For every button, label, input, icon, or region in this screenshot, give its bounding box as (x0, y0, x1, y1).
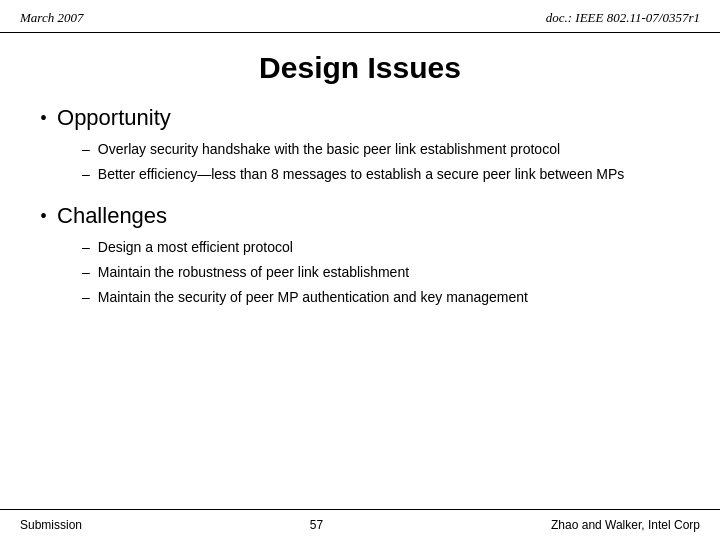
footer-page-number: 57 (310, 518, 323, 532)
slide-header: March 2007 doc.: IEEE 802.11-07/0357r1 (0, 0, 720, 33)
sub-text-2-2: Maintain the robustness of peer link est… (98, 262, 680, 282)
sub-bullet-2-3: – Maintain the security of peer MP authe… (82, 287, 680, 307)
bullet-dot-1: • (40, 108, 47, 128)
sub-bullet-1-2: – Better efficiency—less than 8 messages… (82, 164, 680, 184)
slide-content: • Opportunity – Overlay security handsha… (0, 95, 720, 509)
slide: March 2007 doc.: IEEE 802.11-07/0357r1 D… (0, 0, 720, 540)
slide-footer: Submission 57 Zhao and Walker, Intel Cor… (0, 509, 720, 540)
bullet-challenges: • Challenges – Design a most efficient p… (40, 203, 680, 308)
sub-text-2-1: Design a most efficient protocol (98, 237, 680, 257)
sub-text-1-2: Better efficiency—less than 8 messages t… (98, 164, 680, 184)
footer-submission: Submission (20, 518, 82, 532)
sub-text-1-1: Overlay security handshake with the basi… (98, 139, 680, 159)
bullet-dot-2: • (40, 206, 47, 226)
bullet-label-opportunity: Opportunity (57, 105, 171, 131)
bullet-main-opportunity: • Opportunity (40, 105, 680, 131)
footer-authors: Zhao and Walker, Intel Corp (551, 518, 700, 532)
sub-dash-2-2: – (82, 262, 90, 282)
title-section: Design Issues (0, 33, 720, 95)
sub-text-2-3: Maintain the security of peer MP authent… (98, 287, 680, 307)
header-doc: doc.: IEEE 802.11-07/0357r1 (546, 10, 700, 26)
bullet-main-challenges: • Challenges (40, 203, 680, 229)
bullet-opportunity: • Opportunity – Overlay security handsha… (40, 105, 680, 185)
sub-bullet-2-1: – Design a most efficient protocol (82, 237, 680, 257)
sub-dash-1-1: – (82, 139, 90, 159)
sub-dash-1-2: – (82, 164, 90, 184)
sub-dash-2-3: – (82, 287, 90, 307)
sub-bullets-opportunity: – Overlay security handshake with the ba… (82, 139, 680, 185)
sub-bullets-challenges: – Design a most efficient protocol – Mai… (82, 237, 680, 308)
header-date: March 2007 (20, 10, 83, 26)
slide-title: Design Issues (20, 51, 700, 85)
sub-dash-2-1: – (82, 237, 90, 257)
bullet-label-challenges: Challenges (57, 203, 167, 229)
sub-bullet-1-1: – Overlay security handshake with the ba… (82, 139, 680, 159)
sub-bullet-2-2: – Maintain the robustness of peer link e… (82, 262, 680, 282)
